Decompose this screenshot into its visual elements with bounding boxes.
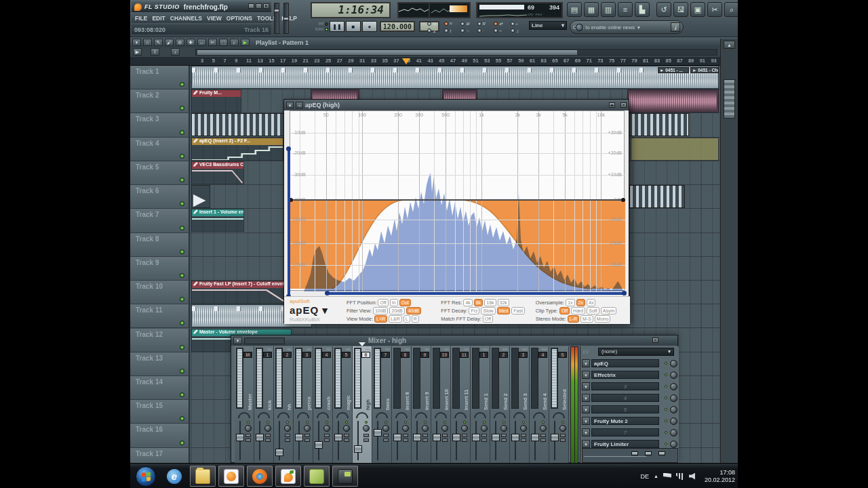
channel-button[interactable]	[442, 439, 448, 442]
volume-fader[interactable]	[551, 434, 559, 441]
channel-led[interactable]	[561, 421, 564, 424]
channel-button[interactable]	[462, 439, 467, 442]
playlist-hscrollbar[interactable]	[195, 49, 717, 56]
eq-graph[interactable]: 501002003005001k2k3k5k10k-10dB-20dB-30dB…	[290, 110, 625, 291]
channel-button[interactable]	[540, 434, 546, 437]
option-10db[interactable]: 10dB	[373, 307, 388, 314]
fx-slot-name[interactable]: Effectrix	[591, 371, 659, 379]
save-button[interactable]: 🖫	[673, 2, 688, 17]
channel-button[interactable]	[481, 439, 487, 442]
playback-tool[interactable]: ▶	[241, 39, 250, 46]
track-led[interactable]	[180, 297, 184, 302]
fx-slot-name[interactable]: 4	[591, 394, 659, 402]
band-handle-right[interactable]	[621, 198, 625, 202]
network-icon[interactable]	[676, 473, 684, 480]
window-button[interactable]: ✕	[263, 3, 269, 9]
option-slow[interactable]: Slow	[481, 307, 495, 314]
taskbar-recorder[interactable]	[332, 466, 358, 487]
channel-knob[interactable]	[264, 425, 271, 432]
channel-knob[interactable]	[500, 425, 507, 432]
scroll-up-button[interactable]: ▲	[724, 41, 735, 49]
pan-knob[interactable]	[513, 412, 526, 418]
automation-clip[interactable]	[631, 138, 719, 161]
audio-clip[interactable]	[191, 66, 719, 89]
channel-knob[interactable]	[441, 425, 448, 432]
channel-button[interactable]	[521, 434, 526, 437]
mixer-channel-send-3[interactable]: SND3Send 3	[510, 346, 530, 464]
playlist-toggle-button[interactable]: ▤	[567, 2, 582, 17]
pat-song-switch[interactable]: PAT SONG	[311, 22, 328, 34]
scrollbar-thumb[interactable]	[724, 79, 735, 119]
option-32k[interactable]: 32k	[498, 299, 509, 306]
option-hard[interactable]: Hard	[571, 307, 585, 314]
fx-slot-enable-led[interactable]	[665, 408, 667, 411]
channel-button[interactable]	[245, 439, 251, 442]
pause-button[interactable]: ❚❚	[330, 21, 344, 32]
channel-button[interactable]	[383, 434, 389, 437]
note-icon[interactable]: ♪	[171, 48, 180, 56]
snap-option[interactable]: R	[477, 20, 494, 27]
pan-knob[interactable]	[376, 412, 388, 418]
brand-apeq[interactable]: apEQ ▾	[290, 304, 347, 317]
track-lane[interactable]: ► 0451 - ...► 0451 - Che...	[191, 66, 719, 89]
mixer-channel-kick[interactable]: INS1kick	[254, 346, 274, 464]
volume-fader[interactable]	[531, 434, 539, 441]
channel-led[interactable]	[502, 421, 505, 424]
plugin-menu-button[interactable]: ▾	[286, 102, 294, 108]
select-tool[interactable]: ⬚	[219, 39, 228, 46]
playhead-marker[interactable]	[402, 58, 410, 64]
option-1x[interactable]: 1x	[566, 299, 574, 306]
option-off[interactable]: Off	[378, 299, 388, 306]
track-led[interactable]	[180, 441, 184, 445]
channel-button[interactable]	[422, 439, 428, 442]
track-led[interactable]	[180, 249, 184, 254]
zoom-handle[interactable]	[622, 291, 627, 296]
channel-button[interactable]	[521, 439, 526, 442]
option-20db[interactable]: 20dB	[389, 307, 404, 314]
pan-knob[interactable]	[533, 412, 545, 418]
fx-input-selector[interactable]: (none) ▾	[598, 348, 674, 356]
channel-knob[interactable]	[461, 425, 468, 432]
channel-led[interactable]	[286, 421, 289, 424]
mixer-channel-high[interactable]: INS6high	[353, 346, 372, 464]
channel-knob[interactable]	[323, 425, 330, 432]
volume-fader[interactable]	[354, 445, 362, 453]
eq-mid-fader[interactable]	[645, 451, 652, 455]
speaker-icon[interactable]	[689, 473, 697, 480]
channel-knob[interactable]	[304, 425, 311, 432]
option-fast[interactable]: Fast	[511, 307, 525, 314]
eq-vertical-zoom-bar[interactable]	[288, 148, 290, 297]
menu-options[interactable]: OPTIONS	[226, 15, 252, 22]
track-name[interactable]: Track 1	[130, 66, 190, 89]
eq-high-fader[interactable]	[658, 451, 665, 455]
plugin-prev-next-button[interactable]: ◂▸	[609, 102, 615, 108]
track-name[interactable]: Track 11	[130, 304, 190, 327]
pattern-clip[interactable]	[629, 185, 685, 208]
volume-fader[interactable]	[393, 434, 401, 441]
fx-slot-menu-button[interactable]: ▾	[582, 371, 590, 379]
channel-button[interactable]	[344, 439, 349, 442]
pan-knob[interactable]	[474, 412, 486, 418]
option-l&r[interactable]: L&R	[389, 315, 402, 323]
clip-header[interactable]: 🖉 apEQ (Insert 2) - F2 F...	[192, 138, 283, 145]
channel-button[interactable]	[285, 434, 290, 437]
snap-option[interactable]: ·	[477, 28, 494, 35]
undo-button[interactable]: ↺	[656, 2, 671, 17]
clip-header[interactable]: 🖉 Fruity M...	[192, 90, 241, 97]
snap-selector[interactable]: Line▾	[529, 21, 567, 30]
volume-fader[interactable]	[433, 434, 441, 441]
zoom-tool[interactable]: ⌕	[230, 39, 239, 46]
piano-roll-toggle-button[interactable]: ▥	[601, 2, 616, 17]
volume-fader[interactable]	[256, 434, 264, 441]
volume-fader[interactable]	[315, 441, 323, 449]
fx-slot-enable-led[interactable]	[665, 431, 667, 434]
option-40db[interactable]: 40dB	[406, 307, 421, 314]
channel-led[interactable]	[365, 421, 368, 424]
menu-edit[interactable]: EDIT	[152, 15, 165, 22]
track-name[interactable]: Track 10	[130, 281, 190, 304]
automation-clip[interactable]: 🖉 apEQ (Insert 2) - F2 F...	[191, 138, 283, 161]
channel-button[interactable]	[481, 434, 487, 437]
track-led[interactable]	[180, 226, 184, 230]
channel-button[interactable]	[363, 434, 369, 437]
start-button[interactable]	[136, 466, 156, 487]
